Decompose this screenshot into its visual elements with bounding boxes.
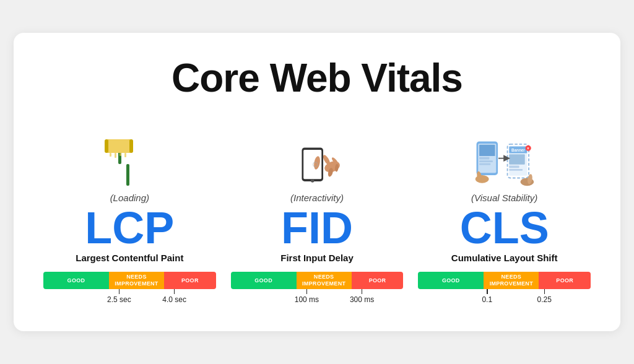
svg-rect-5 <box>129 139 133 153</box>
vital-fid: (Interactivity) FID First Input Delay GO… <box>231 121 404 306</box>
vital-lcp: (Loading) LCP Largest Contentful Paint G… <box>43 121 216 306</box>
cls-acronym: CLS <box>460 206 549 250</box>
svg-rect-6 <box>108 139 129 153</box>
cls-tick-2: 0.25 <box>537 289 552 304</box>
lcp-bar-track: GOOD NEEDSIMPROVEMENT POOR <box>43 272 216 289</box>
fid-acronym: FID <box>281 206 353 250</box>
lcp-tick-row: 2.5 sec 4.0 sec <box>43 289 216 306</box>
cls-tick-line-2 <box>544 289 545 294</box>
svg-rect-9 <box>119 153 121 156</box>
lcp-good-label: GOOD <box>67 277 85 284</box>
fid-bar-track: GOOD NEEDSIMPROVEMENT POOR <box>231 272 404 289</box>
core-web-vitals-card: Core Web Vitals <box>14 33 620 331</box>
lcp-tick-value-2: 4.0 sec <box>162 295 186 304</box>
fid-tick-row: 100 ms 300 ms <box>231 289 404 306</box>
lcp-poor-label: POOR <box>181 277 199 284</box>
fid-poor-label: POOR <box>369 277 386 284</box>
fid-bar-poor: POOR <box>352 272 404 289</box>
svg-rect-35 <box>509 154 524 164</box>
fid-full-name: First Input Delay <box>280 253 354 263</box>
vital-cls: Banner × <box>418 121 591 306</box>
page-title: Core Web Vitals <box>43 55 591 101</box>
fid-tick-line-1 <box>306 289 308 294</box>
cls-icon-area: Banner × <box>474 121 536 189</box>
svg-rect-37 <box>509 169 523 171</box>
lcp-bar-poor: POOR <box>164 272 216 289</box>
svg-rect-10 <box>124 153 126 157</box>
svg-rect-8 <box>115 153 116 158</box>
lcp-tick-2: 4.0 sec <box>162 289 186 304</box>
lcp-subtitle: (Loading) <box>110 193 149 203</box>
lcp-tick-line-2 <box>174 289 175 294</box>
svg-text:Banner: Banner <box>511 148 525 152</box>
svg-rect-26 <box>479 163 490 165</box>
lcp-tick-line-1 <box>119 289 120 294</box>
cls-needs-label: NEEDSIMPROVEMENT <box>490 274 533 287</box>
cls-tick-row: 0.1 0.25 <box>418 289 591 306</box>
cls-bar-needs: NEEDSIMPROVEMENT <box>484 272 539 289</box>
lcp-bar-needs: NEEDSIMPROVEMENT <box>109 272 164 289</box>
finger-phone-icon <box>286 142 348 189</box>
lcp-bar-container: GOOD NEEDSIMPROVEMENT POOR 2.5 sec <box>43 272 216 306</box>
lcp-tick-value-1: 2.5 sec <box>107 295 131 304</box>
fid-subtitle: (Interactivity) <box>290 193 344 203</box>
fid-tick-value-1: 100 ms <box>295 295 319 304</box>
cls-good-label: GOOD <box>442 277 460 284</box>
layout-shift-icon: Banner × <box>474 136 536 189</box>
cls-poor-label: POOR <box>556 277 573 284</box>
lcp-tick-1: 2.5 sec <box>107 289 131 304</box>
cls-subtitle: (Visual Stability) <box>471 193 537 203</box>
cls-tick-line-1 <box>487 289 488 294</box>
cls-bar-container: GOOD NEEDSIMPROVEMENT POOR 0.1 <box>418 272 591 306</box>
cls-tick-1: 0.1 <box>482 289 492 304</box>
fid-good-label: GOOD <box>254 277 272 284</box>
cls-tick-value-1: 0.1 <box>482 295 492 304</box>
lcp-full-name: Largest Contentful Paint <box>76 253 183 263</box>
fid-needs-label: NEEDSIMPROVEMENT <box>302 274 345 287</box>
svg-rect-23 <box>479 145 495 156</box>
fid-icon-area <box>286 121 348 189</box>
cls-bar-poor: POOR <box>539 272 591 289</box>
fid-bar-container: GOOD NEEDSIMPROVEMENT POOR 100 ms <box>231 272 404 306</box>
lcp-acronym: LCP <box>85 206 174 250</box>
lcp-needs-label: NEEDSIMPROVEMENT <box>115 274 158 287</box>
cls-bar-track: GOOD NEEDSIMPROVEMENT POOR <box>418 272 591 289</box>
fid-tick-1: 100 ms <box>295 289 319 304</box>
svg-rect-7 <box>110 153 111 157</box>
svg-text:×: × <box>527 146 529 150</box>
svg-rect-36 <box>509 166 519 168</box>
paint-roller-icon <box>105 133 154 189</box>
fid-bar-needs: NEEDSIMPROVEMENT <box>297 272 352 289</box>
svg-rect-24 <box>479 157 489 160</box>
lcp-icon-area <box>105 121 154 189</box>
fid-bar-good: GOOD <box>231 272 297 289</box>
fid-tick-value-2: 300 ms <box>350 295 374 304</box>
cls-full-name: Cumulative Layout Shift <box>451 253 558 263</box>
fid-tick-line-2 <box>362 289 363 294</box>
vitals-grid: (Loading) LCP Largest Contentful Paint G… <box>43 121 591 306</box>
svg-rect-0 <box>126 164 129 186</box>
lcp-bar-good: GOOD <box>43 272 109 289</box>
svg-point-13 <box>311 179 314 182</box>
cls-tick-value-2: 0.25 <box>537 295 552 304</box>
cls-bar-good: GOOD <box>418 272 484 289</box>
svg-rect-4 <box>105 139 108 153</box>
svg-rect-25 <box>479 160 493 162</box>
fid-tick-2: 300 ms <box>350 289 374 304</box>
